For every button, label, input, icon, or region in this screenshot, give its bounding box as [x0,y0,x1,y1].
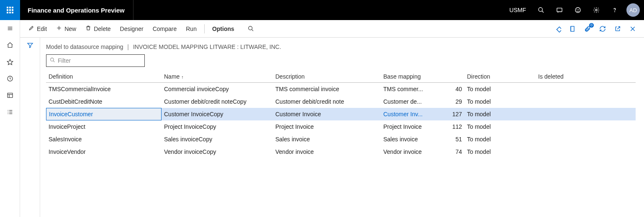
cell-definition[interactable]: InvoiceVendor [46,148,162,155]
home-icon[interactable] [0,37,20,54]
col-is-deleted[interactable]: Is deleted [536,73,582,80]
cell-description[interactable]: Vendor invoice [273,148,381,155]
attachments-button[interactable]: 0 [580,22,595,36]
cell-direction[interactable]: To model [464,148,536,155]
cell-direction[interactable]: To model [464,98,536,105]
cell-number[interactable]: 51 [427,136,464,143]
table-row[interactable]: InvoiceCustomerCustomer InvoiceCopyCusto… [46,108,636,120]
app-title: Finance and Operations Preview [20,7,133,14]
settings-icon[interactable] [587,0,606,20]
col-definition[interactable]: Definition [46,73,162,80]
cell-description[interactable]: Project Invoice [273,123,381,130]
search-icon[interactable] [532,0,550,20]
options-label: Options [212,26,234,32]
cell-name[interactable]: Project InvoiceCopy [162,123,273,130]
cell-base-mapping[interactable]: Customer Inv... [381,111,427,117]
svg-point-24 [249,26,252,30]
cell-number[interactable]: 40 [427,86,464,92]
cell-base-mapping[interactable]: TMS commer... [381,86,427,92]
workspaces-icon[interactable] [0,87,20,104]
favorites-icon[interactable] [0,54,20,70]
delete-label: Delete [94,26,110,32]
delete-button[interactable]: Delete [81,23,115,34]
table-row[interactable]: InvoiceProjectProject InvoiceCopyProject… [46,120,636,133]
compare-button[interactable]: Compare [149,24,181,34]
cell-base-mapping[interactable]: Project Invoice [381,123,427,130]
options-button[interactable]: Options [208,24,239,34]
cell-number[interactable]: 112 [427,123,464,130]
cell-number[interactable]: 74 [427,148,464,155]
popout-icon[interactable] [611,22,625,36]
table-row[interactable]: TMSCommercialInvoiceCommercial invoiceCo… [46,83,636,95]
cell-description[interactable]: TMS commercial invoice [273,86,381,92]
data-grid: Definition Name↑ Description Base mappin… [46,70,636,158]
sort-asc-icon: ↑ [181,74,184,79]
cell-number[interactable]: 29 [427,98,464,105]
cell-definition[interactable]: InvoiceCustomer [46,108,162,120]
cell-base-mapping[interactable]: Customer de... [381,98,427,105]
help-icon[interactable] [606,0,624,20]
svg-rect-26 [557,27,561,32]
search-icon [50,57,55,64]
app-launcher-button[interactable] [0,0,20,20]
filter-box[interactable] [46,54,145,67]
page-icon[interactable] [565,22,580,36]
nav-toggle-icon[interactable] [0,20,20,37]
svg-rect-27 [571,26,574,31]
cell-number[interactable]: 127 [427,111,464,117]
col-base-mapping[interactable]: Base mapping [381,73,427,80]
col-name[interactable]: Name↑ [162,73,273,80]
cell-description[interactable]: Sales invoice [273,136,381,143]
col-direction[interactable]: Direction [464,73,536,80]
cell-definition[interactable]: CustDebitCreditNote [46,98,162,105]
designer-label: Designer [120,26,144,32]
cell-direction[interactable]: To model [464,123,536,130]
cell-base-mapping[interactable]: Sales invoice [381,136,427,143]
table-row[interactable]: CustDebitCreditNoteCustomer debit/credit… [46,95,636,108]
svg-rect-13 [8,93,13,98]
pencil-icon [28,25,34,32]
command-search-button[interactable] [244,24,258,33]
cell-definition[interactable]: TMSCommercialInvoice [46,86,162,92]
edit-button[interactable]: Edit [24,23,51,34]
grid-header: Definition Name↑ Description Base mappin… [46,70,636,83]
cell-name[interactable]: Customer InvoiceCopy [162,111,273,117]
breadcrumb-detail: INVOICE MODEL MAPPING LITWARE : LITWARE,… [133,43,281,50]
svg-point-31 [51,58,54,61]
svg-point-5 [579,9,579,10]
cell-name[interactable]: Sales invoiceCopy [162,136,273,143]
designer-button[interactable]: Designer [116,24,148,34]
search-icon [248,26,254,32]
avatar[interactable]: AD [626,3,640,17]
modules-icon[interactable] [0,104,20,120]
cell-direction[interactable]: To model [464,111,536,117]
cell-name[interactable]: Vendor invoiceCopy [162,148,273,155]
company-code[interactable]: USMF [503,7,532,13]
message-icon[interactable] [550,0,569,20]
svg-marker-11 [7,59,13,65]
breadcrumb: Model to datasource mapping | INVOICE MO… [46,43,636,50]
cell-definition[interactable]: InvoiceProject [46,123,162,130]
command-bar: Edit New Delete Designer Compare [20,20,644,38]
table-row[interactable]: SalesInvoiceSales invoiceCopySales invoi… [46,133,636,146]
cell-name[interactable]: Customer debit/credit noteCopy [162,98,273,105]
new-button[interactable]: New [52,23,80,34]
close-icon[interactable] [626,22,640,36]
cell-direction[interactable]: To model [464,136,536,143]
recent-icon[interactable] [0,70,20,87]
cell-base-mapping[interactable]: Vendor invoice [381,148,427,155]
globe-diamond-icon[interactable] [550,22,564,36]
cell-definition[interactable]: SalesInvoice [46,136,162,143]
feedback-icon[interactable] [569,0,587,20]
cell-name[interactable]: Commercial invoiceCopy [162,86,273,92]
cell-description[interactable]: Customer debit/credit note [273,98,381,105]
cell-description[interactable]: Customer Invoice [273,111,381,117]
funnel-icon[interactable] [27,42,33,217]
filter-input[interactable] [58,57,141,64]
edit-label: Edit [37,26,47,32]
run-button[interactable]: Run [182,24,201,34]
cell-direction[interactable]: To model [464,86,536,92]
col-description[interactable]: Description [273,73,381,80]
table-row[interactable]: InvoiceVendorVendor invoiceCopyVendor in… [46,146,636,158]
refresh-icon[interactable] [595,22,610,36]
